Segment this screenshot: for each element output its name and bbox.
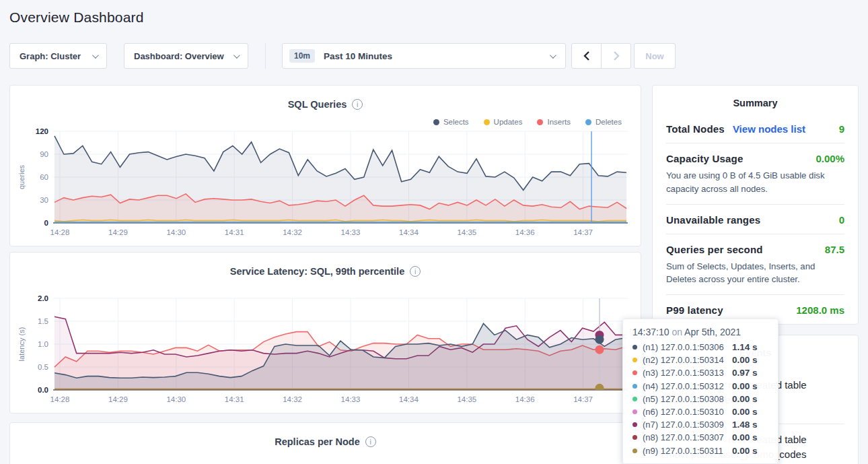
svg-text:14:31: 14:31 <box>225 395 244 403</box>
svg-text:14:32: 14:32 <box>283 228 302 236</box>
svg-text:0.0: 0.0 <box>38 386 48 394</box>
legend-dot-icon <box>433 119 439 125</box>
tooltip-node-value: 0.00 s <box>732 381 758 391</box>
node-color-dot-icon <box>632 370 637 375</box>
svg-text:14:28: 14:28 <box>50 228 70 236</box>
node-color-dot-icon <box>632 345 637 350</box>
now-button[interactable]: Now <box>634 43 676 69</box>
chevron-down-icon <box>233 52 240 59</box>
charts-column: SQL Queries i SelectsUpdatesInsertsDelet… <box>9 85 641 464</box>
tooltip-node-value: 0.00 s <box>732 407 758 417</box>
chart-title: Replicas per Node i <box>275 436 376 447</box>
chevron-right-icon <box>613 51 620 61</box>
chart-title: SQL Queries i <box>288 99 363 110</box>
summary-row-label: Queries per second <box>666 244 763 255</box>
svg-text:90: 90 <box>40 150 48 158</box>
chart-legend: SelectsUpdatesInsertsDeletes <box>433 118 622 126</box>
tooltip-node-value: 1.48 s <box>732 420 758 430</box>
tooltip-node-label: (n1) 127.0.0.1:50306 <box>643 342 732 352</box>
dashboard-dropdown[interactable]: Dashboard: Overview <box>124 43 248 69</box>
summary-row-label: Total Nodes <box>666 123 725 135</box>
legend-item[interactable]: Selects <box>433 118 469 126</box>
summary-row-description: You are using 0 B of 4.5 GiB usable disk… <box>666 169 844 196</box>
time-range-label: Past 10 Minutes <box>324 51 392 61</box>
tooltip-row: (n7) 127.0.0.1:503091.48 s <box>632 418 768 431</box>
view-nodes-link[interactable]: View nodes list <box>733 123 805 135</box>
summary-row-value: 9 <box>839 123 844 135</box>
svg-text:14:28: 14:28 <box>50 395 70 403</box>
summary-title: Summary <box>666 86 844 114</box>
svg-text:14:34: 14:34 <box>399 228 419 236</box>
legend-item[interactable]: Updates <box>484 118 523 126</box>
summary-row-head: Total NodesView nodes list9 <box>666 123 844 135</box>
tooltip-node-label: (n2) 127.0.0.1:50314 <box>643 355 732 365</box>
tooltip-node-label: (n3) 127.0.0.1:50313 <box>643 368 732 378</box>
legend-label: Inserts <box>547 118 571 126</box>
tooltip-node-value: 1.14 s <box>732 342 758 352</box>
legend-dot-icon <box>537 119 543 125</box>
svg-text:60: 60 <box>40 173 48 181</box>
time-range-picker[interactable]: 10m Past 10 Minutes <box>282 43 566 69</box>
dashboard-toolbar: Graph: Cluster Dashboard: Overview 10m P… <box>9 43 859 69</box>
svg-text:120: 120 <box>36 127 48 135</box>
service-latency-chart-panel: Service Latency: SQL, 99th percentile i … <box>9 252 641 413</box>
summary-row-label: Capacity Usage <box>666 153 744 164</box>
legend-dot-icon <box>585 119 591 125</box>
summary-row: Capacity Usage0.00%You are using 0 B of … <box>666 143 844 205</box>
svg-text:14:36: 14:36 <box>515 395 535 403</box>
chevron-down-icon <box>550 52 556 59</box>
summary-row-value: 87.5 <box>825 244 844 255</box>
svg-text:14:31: 14:31 <box>225 228 244 236</box>
summary-row-value: 0.00% <box>816 153 844 164</box>
time-pager <box>571 43 631 69</box>
summary-row: Total NodesView nodes list9 <box>666 114 844 143</box>
tooltip-row: (n2) 127.0.0.1:503140.00 s <box>632 354 768 366</box>
svg-text:14:35: 14:35 <box>457 395 476 403</box>
svg-text:14:37: 14:37 <box>573 395 593 403</box>
svg-text:14:33: 14:33 <box>341 395 361 403</box>
info-icon[interactable]: i <box>410 266 421 277</box>
summary-row-description: Sum of Selects, Updates, Inserts, and De… <box>666 260 844 287</box>
service-latency-chart-canvas[interactable]: 14:2814:2914:3014:3114:3214:3314:3414:35… <box>11 294 647 410</box>
info-icon[interactable]: i <box>365 436 376 447</box>
tooltip-row: (n1) 127.0.0.1:503061.14 s <box>632 341 768 354</box>
tooltip-row: (n6) 127.0.0.1:503100.00 s <box>632 405 768 418</box>
svg-text:latency (s): latency (s) <box>17 327 26 362</box>
chart-header: Replicas per Node i <box>10 423 641 448</box>
sql-queries-chart-canvas[interactable]: 14:2814:2914:3014:3114:3214:3314:3414:35… <box>11 127 647 243</box>
node-color-dot-icon <box>632 449 637 453</box>
tooltip-row: (n4) 127.0.0.1:503120.00 s <box>632 380 768 393</box>
page-title: Overview Dashboard <box>9 9 859 26</box>
summary-row: Unavailable ranges0 <box>666 205 844 234</box>
chart-hover-tooltip: 14:37:10 on Apr 5th, 2021 (n1) 127.0.0.1… <box>622 319 779 464</box>
time-back-button[interactable] <box>571 43 602 69</box>
time-range-badge: 10m <box>289 49 315 63</box>
summary-row-label: Unavailable ranges <box>666 214 760 226</box>
svg-text:14:33: 14:33 <box>341 228 361 236</box>
chart-title: Service Latency: SQL, 99th percentile i <box>230 266 421 277</box>
chevron-left-icon <box>583 51 590 61</box>
time-forward-button[interactable] <box>601 43 631 69</box>
graph-dropdown[interactable]: Graph: Cluster <box>9 43 107 69</box>
legend-item[interactable]: Deletes <box>585 118 622 126</box>
graph-dropdown-label: Graph: Cluster <box>20 51 81 61</box>
svg-text:14:37: 14:37 <box>573 228 593 236</box>
tooltip-node-value: 0.00 s <box>732 394 758 404</box>
info-icon[interactable]: i <box>352 99 363 110</box>
tooltip-row: (n5) 127.0.0.1:503080.00 s <box>632 393 768 405</box>
svg-text:14:30: 14:30 <box>166 228 186 236</box>
summary-row-value: 1208.0 ms <box>796 304 844 316</box>
tooltip-node-value: 0.00 s <box>732 446 758 456</box>
summary-row-head: Capacity Usage0.00% <box>666 153 844 164</box>
replicas-per-node-chart-panel: Replicas per Node i <box>9 422 641 464</box>
tooltip-node-label: (n7) 127.0.0.1:50309 <box>643 420 732 430</box>
sql-queries-chart-panel: SQL Queries i SelectsUpdatesInsertsDelet… <box>9 85 641 246</box>
node-color-dot-icon <box>632 422 637 427</box>
summary-rows: Total NodesView nodes list9Capacity Usag… <box>666 114 844 324</box>
tooltip-rows: (n1) 127.0.0.1:503061.14 s(n2) 127.0.0.1… <box>632 341 768 457</box>
tooltip-node-label: (n9) 127.0.0.1:50311 <box>643 446 732 456</box>
legend-item[interactable]: Inserts <box>537 118 571 126</box>
tooltip-timestamp: 14:37:10 on Apr 5th, 2021 <box>632 327 768 337</box>
svg-text:2.0: 2.0 <box>38 294 48 302</box>
svg-text:1.5: 1.5 <box>38 317 48 325</box>
